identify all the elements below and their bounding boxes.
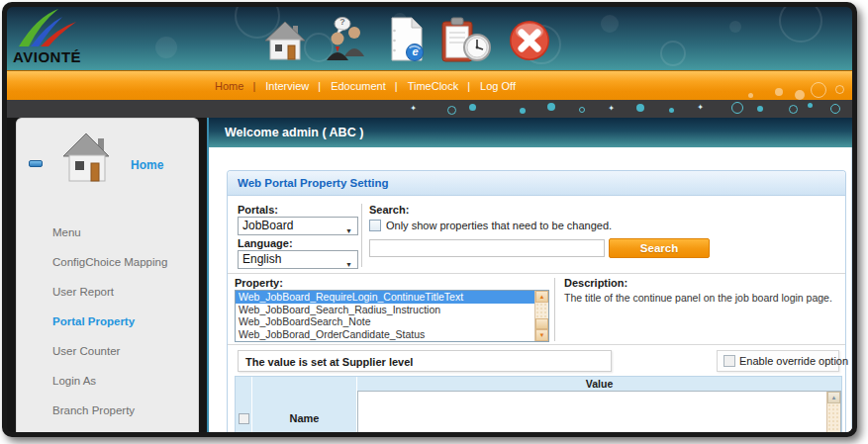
- portals-select[interactable]: JobBoard ▼: [238, 217, 358, 235]
- scrollbar-track[interactable]: [535, 303, 548, 318]
- search-button[interactable]: Search: [609, 238, 710, 258]
- chevron-down-icon: ▼: [345, 222, 352, 239]
- sidebar: Home Menu ConfigChoice Mapping User Repo…: [16, 118, 199, 432]
- override-checkbox[interactable]: [723, 355, 735, 367]
- sidebar-item-portal-property[interactable]: Portal Property: [17, 307, 198, 336]
- property-list: Web_JobBoard_RequireLogin_ContinueTitleT…: [236, 291, 534, 341]
- bubble-decoration: [779, 7, 822, 43]
- nav-item-timeclock[interactable]: TimeClock|: [403, 80, 475, 92]
- language-label: Language:: [238, 237, 293, 249]
- nav-item-home[interactable]: Home|: [210, 80, 260, 92]
- only-show-checkbox-row: Only show properties that need to be cha…: [369, 220, 612, 231]
- scroll-up-icon[interactable]: ▲: [827, 392, 840, 403]
- home-house-icon[interactable]: [58, 131, 116, 190]
- logoff-icon[interactable]: [508, 19, 551, 66]
- sparkle-decoration: ✦: [410, 105, 417, 113]
- nav-item-edocument[interactable]: Edocument|: [326, 80, 403, 92]
- sparkle-decoration: [789, 105, 798, 114]
- sparkle-decoration: [808, 103, 813, 108]
- portals-label: Portals:: [238, 204, 278, 216]
- property-listbox: Web_JobBoard_RequireLogin_ContinueTitleT…: [235, 290, 549, 342]
- interview-question-glyph: ?: [336, 17, 349, 27]
- bubble-decoration: [729, 21, 741, 33]
- property-list-item[interactable]: Web_JobBorad_OrderCandidate_Status: [236, 328, 534, 341]
- sparkle-decoration: [469, 104, 476, 111]
- edocument-e-glyph: e: [408, 45, 423, 57]
- property-scrollbar: ▲ ▼: [534, 291, 548, 341]
- scrollbar-thumb[interactable]: [535, 318, 548, 329]
- property-section: Property: Web_JobBoard_RequireLogin_Cont…: [228, 273, 845, 344]
- sidebar-menu: Menu ConfigChoice Mapping User Report Po…: [17, 206, 198, 432]
- description-text: The title of the continue panel on the j…: [564, 292, 841, 304]
- value-scrollbar: ▲: [826, 392, 840, 432]
- override-label: Enable override option: [739, 355, 848, 367]
- sparkle-decoration: [520, 108, 526, 114]
- table-value-header: Value: [357, 377, 841, 391]
- sidebar-home-row: Home: [17, 119, 198, 206]
- value-table: Name Value ▲: [235, 376, 842, 432]
- property-list-item[interactable]: Web_JobBoard_Search_Radius_Instruction: [236, 304, 534, 316]
- main-area: Welcome admin ( ABC ) Web Portal Propert…: [207, 118, 852, 432]
- interview-icon[interactable]: ?: [324, 17, 369, 66]
- only-show-checkbox-label: Only show properties that need to be cha…: [386, 220, 612, 231]
- edocument-icon[interactable]: e: [385, 17, 425, 66]
- sidebar-item-user-report[interactable]: User Report: [17, 277, 198, 307]
- property-list-item[interactable]: Web_JobBoardSearch_Note: [236, 315, 534, 328]
- sparkle-decoration: [579, 107, 585, 113]
- sparkle-decoration: [669, 108, 674, 113]
- description-label: Description:: [564, 277, 841, 289]
- avionte-logo-text: AVIONTÉ: [13, 48, 132, 65]
- value-editor: ▲: [357, 391, 841, 432]
- sparkle-decoration: [636, 104, 644, 112]
- avionte-logo: AVIONTÉ: [13, 9, 132, 65]
- search-input[interactable]: [369, 239, 605, 257]
- portals-selected-value: JobBoard: [242, 219, 293, 232]
- vertical-divider: [554, 278, 555, 341]
- home-icon[interactable]: [262, 19, 308, 66]
- avionte-logo-swoosh: [13, 9, 84, 48]
- sidebar-item-menu[interactable]: Menu: [17, 218, 198, 247]
- welcome-bar: Welcome admin ( ABC ): [209, 118, 852, 147]
- property-list-item[interactable]: Web_JobBoard_RequireLogin_ContinueTitleT…: [236, 291, 534, 304]
- row-checkbox[interactable]: [239, 413, 249, 424]
- header-toolbar: ? e: [262, 17, 551, 66]
- sidebar-item-email-format[interactable]: Email Format: [17, 425, 198, 432]
- scroll-down-icon[interactable]: ▼: [535, 329, 548, 341]
- timeclock-icon[interactable]: [440, 17, 492, 66]
- application-window: AVIONTÉ: [7, 7, 852, 432]
- scroll-up-icon[interactable]: ▲: [535, 291, 548, 303]
- bubble-decoration: [155, 37, 177, 58]
- bubble-decoration: [601, 15, 619, 33]
- nav-item-logoff[interactable]: Log Off: [475, 80, 521, 92]
- collapse-icon[interactable]: [29, 160, 43, 167]
- dot-decoration: [748, 93, 753, 98]
- chevron-down-icon: ▼: [345, 256, 352, 273]
- sparkle-decoration: ✦: [608, 105, 615, 113]
- sparkle-decoration: ✦: [697, 104, 704, 112]
- sidebar-item-configchoice-mapping[interactable]: ConfigChoice Mapping: [17, 247, 198, 277]
- sidebar-item-login-as[interactable]: Login As: [17, 366, 198, 396]
- sidebar-item-branch-property[interactable]: Branch Property: [17, 396, 198, 425]
- value-section: The value is set at Supplier level Enabl…: [228, 344, 845, 432]
- override-option-box: Enable override option: [717, 350, 839, 372]
- supplier-level-note: The value is set at Supplier level: [238, 350, 612, 372]
- nav-links: Home| Interview| Edocument| TimeClock| L…: [210, 80, 521, 92]
- table-checkbox-cell: [236, 377, 252, 432]
- sparkle-decoration: [547, 103, 555, 111]
- value-textarea[interactable]: [358, 392, 826, 432]
- sidebar-home-link[interactable]: Home: [131, 158, 163, 172]
- table-name-header: Name: [252, 377, 357, 432]
- vertical-divider: [361, 204, 362, 267]
- only-show-checkbox[interactable]: [369, 220, 381, 231]
- search-label: Search:: [369, 204, 409, 216]
- window-frame: AVIONTÉ: [2, 2, 857, 437]
- portal-property-panel: Web Portal Property Setting Portals: Job…: [227, 170, 846, 432]
- dot-decoration: [811, 82, 826, 98]
- sidebar-item-user-counter[interactable]: User Counter: [17, 336, 198, 366]
- language-select[interactable]: English ▼: [238, 250, 358, 269]
- work-area: Web Portal Property Setting Portals: Job…: [209, 147, 852, 432]
- nav-item-interview[interactable]: Interview|: [260, 80, 326, 92]
- app-header: AVIONTÉ: [7, 7, 852, 70]
- scrollbar-track[interactable]: [827, 403, 840, 432]
- sparkle-decoration: [830, 104, 840, 114]
